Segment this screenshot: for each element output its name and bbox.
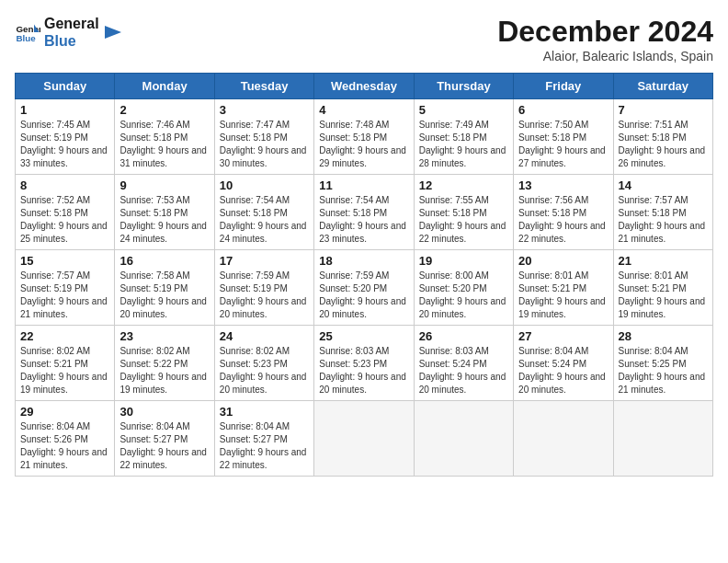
- day-cell: 4 Sunrise: 7:48 AM Sunset: 5:18 PM Dayli…: [314, 99, 414, 175]
- sunrise-label: Sunrise: 7:50 AM: [518, 120, 588, 130]
- logo-icon: General Blue: [15, 19, 40, 45]
- day-info: Sunrise: 7:56 AM Sunset: 5:18 PM Dayligh…: [518, 194, 608, 246]
- day-cell: 30 Sunrise: 8:04 AM Sunset: 5:27 PM Dayl…: [115, 401, 214, 477]
- day-number: 28: [619, 329, 708, 343]
- sunset-label: Sunset: 5:23 PM: [319, 359, 387, 369]
- col-monday: Monday: [115, 74, 214, 99]
- daylight-label: Daylight: 9 hours and 20 minutes.: [518, 372, 606, 395]
- sunset-label: Sunset: 5:20 PM: [319, 283, 387, 293]
- day-info: Sunrise: 8:01 AM Sunset: 5:21 PM Dayligh…: [619, 270, 708, 321]
- daylight-label: Daylight: 9 hours and 20 minutes.: [119, 296, 207, 319]
- day-number: 30: [119, 405, 209, 419]
- sunrise-label: Sunrise: 7:52 AM: [20, 195, 90, 205]
- day-number: 10: [220, 178, 309, 192]
- location-title: Alaior, Balearic Islands, Spain: [497, 49, 713, 63]
- day-number: 4: [319, 103, 408, 117]
- day-info: Sunrise: 7:45 AM Sunset: 5:19 PM Dayligh…: [20, 119, 109, 170]
- daylight-label: Daylight: 9 hours and 31 minutes.: [119, 145, 207, 168]
- sunset-label: Sunset: 5:18 PM: [419, 208, 487, 218]
- logo-arrow-icon: [103, 22, 123, 42]
- day-number: 6: [518, 103, 608, 117]
- day-number: 21: [619, 254, 708, 268]
- day-number: 13: [518, 178, 608, 192]
- daylight-label: Daylight: 9 hours and 27 minutes.: [518, 145, 606, 168]
- day-cell: 22 Sunrise: 8:02 AM Sunset: 5:21 PM Dayl…: [16, 326, 115, 401]
- day-info: Sunrise: 7:50 AM Sunset: 5:18 PM Dayligh…: [518, 119, 608, 170]
- day-number: 2: [119, 103, 209, 117]
- daylight-label: Daylight: 9 hours and 20 minutes.: [419, 296, 506, 319]
- day-info: Sunrise: 7:57 AM Sunset: 5:18 PM Dayligh…: [619, 194, 708, 246]
- sunset-label: Sunset: 5:24 PM: [518, 359, 586, 369]
- day-cell: 26 Sunrise: 8:03 AM Sunset: 5:24 PM Dayl…: [414, 326, 513, 401]
- day-number: 14: [619, 178, 708, 192]
- sunset-label: Sunset: 5:27 PM: [119, 434, 188, 444]
- day-number: 11: [319, 178, 408, 192]
- day-number: 29: [20, 405, 109, 419]
- day-info: Sunrise: 7:59 AM Sunset: 5:20 PM Dayligh…: [319, 270, 408, 321]
- day-info: Sunrise: 8:03 AM Sunset: 5:24 PM Dayligh…: [419, 345, 508, 396]
- day-info: Sunrise: 7:47 AM Sunset: 5:18 PM Dayligh…: [220, 119, 309, 170]
- daylight-label: Daylight: 9 hours and 19 minutes.: [119, 372, 207, 395]
- day-info: Sunrise: 7:46 AM Sunset: 5:18 PM Dayligh…: [119, 119, 209, 170]
- empty-cell: [613, 401, 712, 477]
- day-info: Sunrise: 8:02 AM Sunset: 5:22 PM Dayligh…: [119, 345, 209, 396]
- day-info: Sunrise: 7:54 AM Sunset: 5:18 PM Dayligh…: [319, 194, 408, 246]
- day-number: 25: [319, 329, 408, 343]
- day-info: Sunrise: 7:58 AM Sunset: 5:19 PM Dayligh…: [119, 270, 209, 321]
- day-number: 24: [220, 329, 309, 343]
- sunrise-label: Sunrise: 7:56 AM: [518, 195, 588, 205]
- day-info: Sunrise: 7:48 AM Sunset: 5:18 PM Dayligh…: [319, 119, 408, 170]
- calendar-table: Sunday Monday Tuesday Wednesday Thursday…: [15, 73, 713, 477]
- daylight-label: Daylight: 9 hours and 20 minutes.: [419, 372, 506, 395]
- sunrise-label: Sunrise: 8:02 AM: [220, 346, 290, 356]
- daylight-label: Daylight: 9 hours and 30 minutes.: [220, 145, 307, 168]
- day-info: Sunrise: 7:52 AM Sunset: 5:18 PM Dayligh…: [20, 194, 109, 246]
- sunrise-label: Sunrise: 7:49 AM: [419, 120, 489, 130]
- sunset-label: Sunset: 5:18 PM: [619, 208, 687, 218]
- day-info: Sunrise: 8:04 AM Sunset: 5:27 PM Dayligh…: [119, 420, 209, 472]
- daylight-label: Daylight: 9 hours and 22 minutes.: [119, 447, 207, 470]
- sunset-label: Sunset: 5:18 PM: [220, 132, 288, 143]
- sunset-label: Sunset: 5:18 PM: [619, 132, 687, 143]
- day-number: 8: [20, 178, 109, 192]
- sunset-label: Sunset: 5:18 PM: [319, 208, 387, 218]
- calendar-week-row: 8 Sunrise: 7:52 AM Sunset: 5:18 PM Dayli…: [16, 175, 713, 250]
- logo: General Blue General Blue: [15, 15, 123, 50]
- day-cell: 6 Sunrise: 7:50 AM Sunset: 5:18 PM Dayli…: [514, 99, 613, 175]
- daylight-label: Daylight: 9 hours and 19 minutes.: [619, 296, 706, 319]
- sunrise-label: Sunrise: 8:03 AM: [419, 346, 489, 356]
- sunrise-label: Sunrise: 8:04 AM: [220, 421, 290, 431]
- sunrise-label: Sunrise: 7:57 AM: [619, 195, 688, 205]
- calendar-week-row: 29 Sunrise: 8:04 AM Sunset: 5:26 PM Dayl…: [16, 401, 713, 477]
- sunrise-label: Sunrise: 7:51 AM: [619, 120, 688, 130]
- svg-text:Blue: Blue: [16, 33, 36, 43]
- sunrise-label: Sunrise: 7:59 AM: [319, 270, 389, 281]
- daylight-label: Daylight: 9 hours and 20 minutes.: [319, 372, 406, 395]
- sunrise-label: Sunrise: 8:01 AM: [619, 270, 688, 281]
- day-number: 20: [518, 254, 608, 268]
- day-info: Sunrise: 8:02 AM Sunset: 5:21 PM Dayligh…: [20, 345, 109, 396]
- sunset-label: Sunset: 5:18 PM: [518, 132, 586, 143]
- sunset-label: Sunset: 5:18 PM: [319, 132, 387, 143]
- sunrise-label: Sunrise: 8:04 AM: [20, 421, 90, 431]
- sunset-label: Sunset: 5:21 PM: [20, 359, 88, 369]
- day-number: 23: [119, 329, 209, 343]
- day-cell: 24 Sunrise: 8:02 AM Sunset: 5:23 PM Dayl…: [214, 326, 313, 401]
- day-number: 1: [20, 103, 109, 117]
- svg-marker-3: [105, 26, 121, 39]
- sunset-label: Sunset: 5:26 PM: [20, 434, 88, 444]
- day-number: 17: [220, 254, 309, 268]
- day-cell: 15 Sunrise: 7:57 AM Sunset: 5:19 PM Dayl…: [16, 250, 115, 326]
- month-title: December 2024: [497, 15, 713, 49]
- sunset-label: Sunset: 5:18 PM: [119, 132, 188, 143]
- daylight-label: Daylight: 9 hours and 22 minutes.: [518, 221, 606, 244]
- day-cell: 2 Sunrise: 7:46 AM Sunset: 5:18 PM Dayli…: [115, 99, 214, 175]
- daylight-label: Daylight: 9 hours and 24 minutes.: [220, 221, 307, 244]
- day-cell: 17 Sunrise: 7:59 AM Sunset: 5:19 PM Dayl…: [214, 250, 313, 326]
- sunrise-label: Sunrise: 7:48 AM: [319, 120, 389, 130]
- day-cell: 11 Sunrise: 7:54 AM Sunset: 5:18 PM Dayl…: [314, 175, 414, 250]
- daylight-label: Daylight: 9 hours and 19 minutes.: [20, 372, 108, 395]
- daylight-label: Daylight: 9 hours and 21 minutes.: [20, 447, 108, 470]
- day-number: 7: [619, 103, 708, 117]
- daylight-label: Daylight: 9 hours and 25 minutes.: [20, 221, 108, 244]
